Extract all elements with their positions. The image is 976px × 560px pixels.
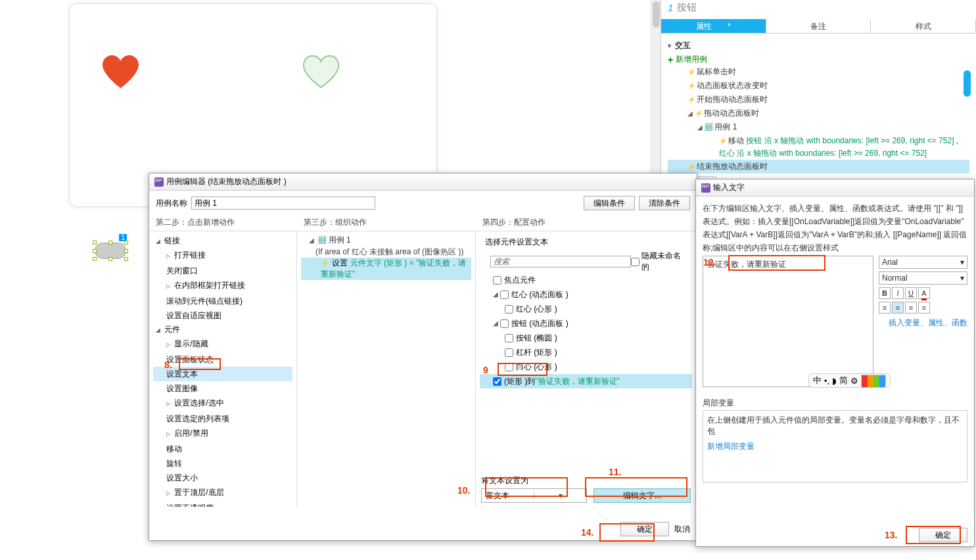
target-whiteheart[interactable]: 白心 (心形 ) [480, 360, 692, 374]
action-move[interactable]: 移动 [153, 442, 292, 456]
action-adaptive-view[interactable]: 设置自适应视图 [153, 308, 292, 323]
align-right-button[interactable]: ≡ [905, 302, 917, 314]
action-enable-disable[interactable]: ▷ 启用/禁用 [153, 426, 292, 442]
action-set-selected[interactable]: ▷ 设置选择/选中 [153, 396, 292, 411]
ime-toolbar[interactable]: 中 •, ◗ 简 ⚙ [808, 373, 891, 388]
italic-button[interactable]: I [892, 287, 904, 299]
local-vars-desc: 在上侧创建用于插入元件值的局部变量。变量名必须是字母和数字，且不包 [707, 415, 963, 437]
chevron-down-icon[interactable]: ▾ [534, 491, 586, 500]
action-set-size[interactable]: 设置大小 [153, 471, 292, 485]
gear-icon[interactable]: ⚙ [850, 376, 858, 386]
underline-button[interactable]: U [905, 287, 917, 299]
bolt-icon: ⚡ [719, 137, 727, 145]
action-close-window[interactable]: 关闭窗口 [153, 264, 292, 278]
dialog-titlebar[interactable]: 用例编辑器 (结束拖放动态面板时 ) [149, 174, 697, 191]
case-name-input[interactable] [191, 197, 375, 210]
step2-header: 第二步：点击新增动作 [149, 216, 297, 229]
clear-condition-button[interactable]: 清除条件 [639, 196, 690, 210]
target-rect[interactable]: (矩形 ) 到 "验证失败，请重新验证" [480, 374, 692, 388]
target-lever-rect[interactable]: 杠杆 (矩形 ) [480, 345, 692, 360]
font-select[interactable]: Arial▾ [879, 256, 967, 269]
align-center-button[interactable]: ≡ [892, 302, 904, 314]
action-rotate[interactable]: 旋转 [153, 456, 292, 471]
help-text-4: 称;编辑区中的内容可以在右侧设置样式 [703, 243, 967, 253]
event-drag[interactable]: ◢⚡拖动动态面板时 [668, 106, 969, 120]
format-panel: Arial▾ Normal▾ B I U A ≡ ≡ ≡ ≡ 插入变量、属性、函… [879, 256, 967, 387]
target-redheart-shape[interactable]: 红心 (心形 ) [480, 302, 692, 316]
help-text-2: 表达式。例如：插入变量[[OnLoadVariable]]返回值为变量"OnLo… [703, 216, 967, 227]
section-interactions: 交互 [675, 41, 691, 50]
bolt-icon: ⚡ [695, 110, 703, 117]
moon-icon[interactable]: ◗ [832, 376, 837, 386]
organized-action-row[interactable]: ⚡ 设置 元件文字 (矩形 ) = "验证失败，请重新验证" [301, 258, 471, 280]
step4-header: 第四步：配置动作 [476, 216, 552, 229]
ok-button[interactable]: 确定 [620, 522, 669, 536]
add-local-var-link[interactable]: 新增局部变量 [707, 441, 963, 452]
action-opacity[interactable]: 设置不透明度 [153, 501, 292, 507]
dialog-title: 输入文字 [713, 182, 745, 193]
configure-action: 选择元件设置文本 隐藏未命名的 焦点元件 ◢红心 (动态面板 ) 红心 (心形 … [476, 231, 697, 507]
chevron-down-icon: ▾ [960, 273, 964, 283]
tab-properties[interactable]: 属性* [661, 19, 766, 33]
plus-icon: + [668, 55, 673, 65]
action-open-in-frame[interactable]: ▷ 在内部框架打开链接 [153, 278, 292, 294]
chevron-down-icon[interactable]: ▾ [668, 42, 671, 49]
dialog-titlebar[interactable]: 输入文字 [696, 179, 974, 197]
case-condition: (If area of 红心 未接触 area of (图像热区 )) [301, 246, 471, 258]
align-justify-button[interactable]: ≡ [918, 302, 930, 314]
action-set-text[interactable]: 设置文本 [153, 367, 292, 381]
bold-button[interactable]: B [879, 287, 891, 299]
event-drag-drop[interactable]: ⚡结束拖放动态面板时 [668, 160, 969, 174]
target-button-panel[interactable]: ◢按钮 (动态面板 ) [480, 316, 692, 331]
text-type-combo[interactable]: 富文本▾ [481, 488, 587, 503]
app-icon [154, 177, 164, 187]
event-drag-start[interactable]: ⚡开始拖动动态面板时 [668, 93, 969, 106]
widget-index: 1 [668, 2, 673, 13]
event-onclick[interactable]: ⚡鼠标单击时 [668, 65, 969, 79]
bolt-icon: ⚡ [687, 68, 695, 76]
action-set-image[interactable]: 设置图像 [153, 381, 292, 396]
punct-icon[interactable]: •, [824, 376, 829, 386]
widget-search-input[interactable] [490, 256, 631, 268]
bolt-icon: ⚡ [321, 260, 329, 267]
target-redheart-panel[interactable]: ◢红心 (动态面板 ) [480, 287, 692, 302]
action-scroll-to[interactable]: 滚动到元件(锚点链接) [153, 294, 292, 308]
color-button[interactable]: A [918, 287, 930, 299]
case-node[interactable]: ◢▦ 用例 1 [668, 120, 969, 134]
heart-red-icon[interactable] [103, 55, 139, 90]
chevron-down-icon: ▾ [960, 258, 964, 267]
text-input-dialog: 输入文字 在下方编辑区输入文字、插入变量、属性、函数或表达式。请使用 "[[" … [695, 179, 975, 547]
action-move[interactable]: ⚡移动 按钮 沿 x 轴拖动 with boundaries: [left >=… [668, 134, 969, 160]
target-button-ellipse[interactable]: 按钮 (椭圆 ) [480, 331, 692, 345]
actions-list[interactable]: ◢ 链接 ▷ 打开链接 关闭窗口 ▷ 在内部框架打开链接 滚动到元件(锚点链接)… [149, 231, 297, 507]
add-case-link[interactable]: +新增用例 [668, 54, 707, 65]
weight-select[interactable]: Normal▾ [879, 271, 967, 285]
target-focus[interactable]: 焦点元件 [480, 273, 692, 287]
inspector-scroll-thumb[interactable] [964, 70, 971, 97]
case-editor-dialog: 用例编辑器 (结束拖放动态面板时 ) 用例名称 编辑条件 清除条件 第二步：点击… [149, 173, 697, 541]
tab-style[interactable]: 样式 [871, 19, 976, 33]
ok-button[interactable]: 确定 [919, 528, 967, 542]
widget-name[interactable]: 按钮 [677, 1, 697, 14]
heart-green-icon[interactable] [303, 55, 339, 90]
rich-text-area[interactable]: 验证失败，请重新验证 [703, 256, 873, 387]
app-icon [701, 183, 710, 193]
action-set-panel-state[interactable]: 设置面板状态 [153, 352, 292, 367]
selected-button-widget[interactable]: 1 [95, 243, 126, 259]
event-panel-state-change[interactable]: ⚡动态面板状态改变时 [668, 79, 969, 93]
action-set-list-item[interactable]: 设置选定的列表项 [153, 411, 292, 426]
align-left-button[interactable]: ≡ [879, 302, 891, 314]
edit-text-button[interactable]: 编辑文字... [593, 488, 691, 503]
hide-unnamed-checkbox[interactable]: 隐藏未命名的 [631, 250, 687, 273]
tab-notes[interactable]: 备注 [766, 19, 871, 33]
action-open-link[interactable]: ▷ 打开链接 [153, 248, 292, 264]
cancel-button[interactable]: 取消 [674, 524, 690, 535]
color-palette[interactable] [861, 375, 886, 386]
action-bring-front[interactable]: ▷ 置于顶层/底层 [153, 485, 292, 501]
step3-header: 第三步：组织动作 [297, 216, 476, 229]
dialog-title: 用例编辑器 (结束拖放动态面板时 ) [166, 176, 287, 187]
organize-actions[interactable]: ◢ ▦ 用例 1 (If area of 红心 未接触 area of (图像热… [297, 231, 476, 507]
action-show-hide[interactable]: ▷ 显示/隐藏 [153, 337, 292, 352]
insert-variable-link[interactable]: 插入变量、属性、函数 [879, 317, 967, 329]
edit-condition-button[interactable]: 编辑条件 [584, 196, 635, 210]
